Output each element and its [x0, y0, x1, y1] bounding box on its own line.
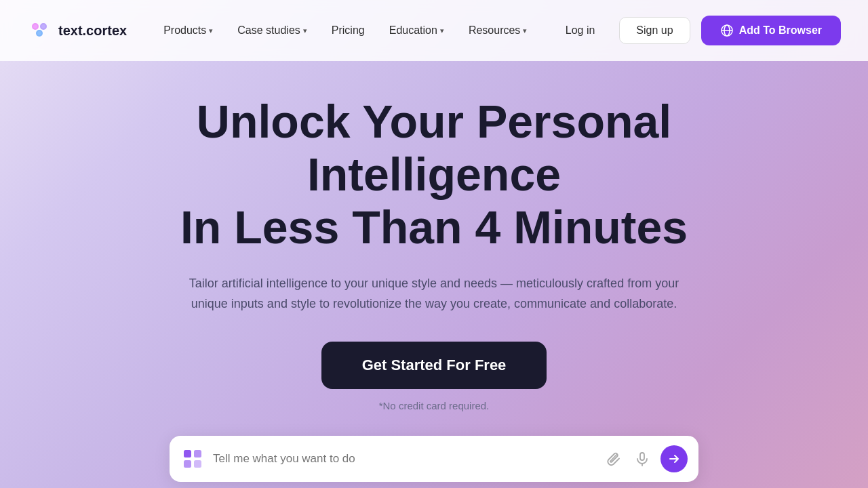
- hero-title: Unlock Your Personal Intelligence In Les…: [129, 95, 739, 254]
- microphone-button[interactable]: [632, 449, 652, 469]
- paperclip-icon: [606, 451, 621, 466]
- case-studies-chevron-icon: ▾: [303, 26, 307, 35]
- hero-section: Unlock Your Personal Intelligence In Les…: [0, 61, 868, 488]
- signup-button[interactable]: Sign up: [619, 17, 690, 44]
- send-arrow-icon: [668, 453, 680, 465]
- svg-point-4: [41, 24, 45, 28]
- microphone-icon: [635, 451, 650, 466]
- svg-rect-12: [194, 460, 201, 468]
- chat-actions: [604, 445, 688, 472]
- no-credit-text: *No credit card required.: [379, 400, 490, 411]
- nav-right: Log in Sign up Add To Browser: [552, 16, 841, 45]
- login-button[interactable]: Log in: [552, 18, 609, 43]
- nav-education[interactable]: Education ▾: [380, 19, 454, 42]
- chat-input[interactable]: [213, 452, 595, 466]
- products-chevron-icon: ▾: [209, 26, 213, 35]
- brand-name: text.cortex: [58, 23, 127, 39]
- education-chevron-icon: ▾: [440, 26, 444, 35]
- add-to-browser-button[interactable]: Add To Browser: [701, 16, 841, 45]
- nav-resources[interactable]: Resources ▾: [459, 19, 536, 42]
- hero-subtitle: Tailor artificial intelligence to your u…: [183, 273, 685, 314]
- get-started-button[interactable]: Get Started For Free: [321, 342, 547, 389]
- svg-rect-9: [184, 450, 191, 458]
- logo[interactable]: text.cortex: [27, 18, 127, 43]
- send-button[interactable]: [660, 445, 688, 472]
- resources-chevron-icon: ▾: [523, 26, 527, 35]
- chat-grid-icon: [180, 447, 205, 471]
- nav-case-studies[interactable]: Case studies ▾: [228, 19, 317, 42]
- svg-rect-10: [194, 450, 201, 458]
- browser-icon: [720, 24, 734, 37]
- chat-box-container: Show chat settings ▾: [170, 436, 698, 488]
- attach-button[interactable]: [604, 449, 624, 469]
- svg-rect-11: [184, 460, 191, 468]
- nav-pricing[interactable]: Pricing: [322, 19, 374, 42]
- nav-products[interactable]: Products ▾: [154, 19, 222, 42]
- chat-box: [170, 436, 698, 482]
- logo-icon: [27, 18, 52, 43]
- svg-point-3: [33, 24, 37, 28]
- svg-rect-13: [640, 453, 644, 460]
- nav-links: Products ▾ Case studies ▾ Pricing Educat…: [154, 19, 536, 42]
- nav-left: text.cortex Products ▾ Case studies ▾ Pr…: [27, 18, 536, 43]
- navbar: text.cortex Products ▾ Case studies ▾ Pr…: [0, 0, 868, 61]
- svg-point-5: [37, 31, 41, 35]
